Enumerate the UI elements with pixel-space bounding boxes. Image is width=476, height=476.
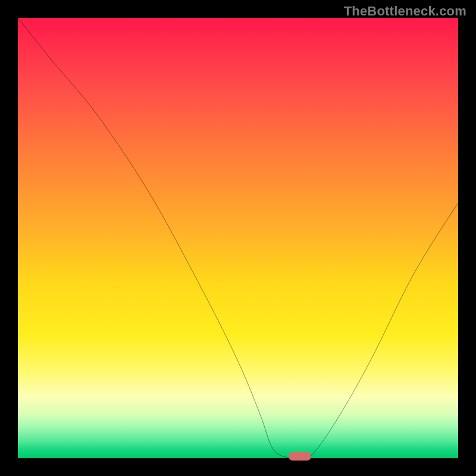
bottleneck-curve: [18, 18, 458, 461]
plot-area: [18, 18, 458, 458]
watermark-label: TheBottleneck.com: [344, 4, 466, 19]
chart-frame: TheBottleneck.com: [0, 0, 476, 476]
curve-svg: [18, 18, 458, 458]
optimal-marker: [289, 452, 311, 461]
